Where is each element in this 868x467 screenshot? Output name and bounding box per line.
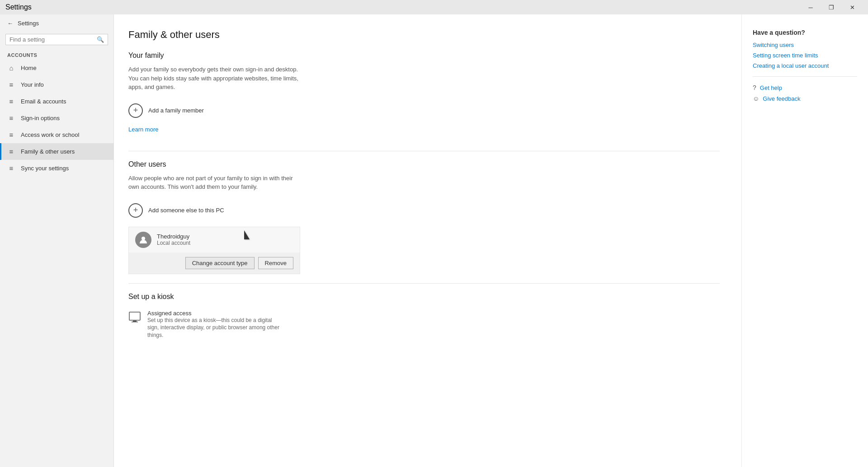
- sidebar-item-label: Home: [21, 65, 37, 71]
- sidebar: ← Settings 🔍 Accounts ⌂ Home ≡ Your info…: [0, 14, 114, 467]
- sidebar-item-label: Access work or school: [21, 131, 79, 138]
- search-box[interactable]: 🔍: [5, 34, 108, 45]
- search-icon[interactable]: 🔍: [97, 36, 104, 43]
- sidebar-item-label: Sync your settings: [21, 165, 69, 172]
- briefcase-icon: ≡: [7, 131, 15, 139]
- sidebar-item-label: Your info: [21, 81, 44, 88]
- svg-rect-3: [132, 322, 138, 322]
- user-info: Thedroidguy Local account: [157, 233, 190, 246]
- section-divider-2: [128, 283, 720, 284]
- search-input[interactable]: [9, 36, 94, 43]
- page-title: Family & other users: [128, 29, 720, 41]
- family-icon: ≡: [7, 148, 15, 155]
- sidebar-item-sign-in-options[interactable]: ≡ Sign-in options: [0, 110, 113, 126]
- kiosk-section-title: Set up a kiosk: [128, 293, 720, 301]
- setting-screen-time-link[interactable]: Setting screen time limits: [753, 52, 857, 59]
- title-bar-title: Settings: [5, 3, 32, 11]
- restore-button[interactable]: ❐: [821, 0, 842, 14]
- give-feedback-link[interactable]: Give feedback: [763, 95, 800, 102]
- sync-icon: ≡: [7, 164, 15, 172]
- get-help-link[interactable]: Get help: [760, 84, 782, 91]
- user-item-actions: Change account type Remove: [129, 252, 300, 274]
- kiosk-item-desc: Set up this device as a kiosk—this could…: [147, 317, 283, 339]
- back-button[interactable]: ← Settings: [0, 14, 113, 32]
- user-item-thedroidguy: Thedroidguy Local account Change account…: [128, 227, 300, 274]
- get-help-row: ? Get help: [753, 84, 857, 91]
- creating-local-account-link[interactable]: Creating a local user account: [753, 62, 857, 69]
- kiosk-icon: [128, 311, 141, 326]
- email-icon: ≡: [7, 98, 15, 105]
- add-family-member-row[interactable]: + Add a family member: [128, 99, 720, 122]
- sidebar-item-family-other-users[interactable]: ≡ Family & other users: [0, 143, 113, 160]
- home-icon: ⌂: [7, 64, 15, 72]
- switching-users-link[interactable]: Switching users: [753, 42, 857, 48]
- main-content: Family & other users Your family Add you…: [114, 14, 741, 467]
- kiosk-info: Assigned access Set up this device as a …: [147, 310, 283, 339]
- add-other-user-label: Add someone else to this PC: [148, 207, 224, 214]
- add-family-member-icon: +: [128, 103, 143, 118]
- svg-rect-2: [133, 321, 137, 322]
- sidebar-item-label: Sign-in options: [21, 115, 60, 121]
- kiosk-assigned-access[interactable]: Assigned access Set up this device as a …: [128, 306, 300, 343]
- title-bar: Settings ─ ❐ ✕: [0, 0, 868, 14]
- avatar: [135, 232, 151, 248]
- sidebar-section-label: Accounts: [0, 49, 113, 60]
- sidebar-item-label: Email & accounts: [21, 98, 66, 105]
- title-bar-left: Settings: [5, 3, 32, 11]
- change-account-type-button[interactable]: Change account type: [185, 257, 255, 269]
- person-icon: ≡: [7, 81, 15, 89]
- back-label: Settings: [18, 20, 39, 27]
- sidebar-item-sync-settings[interactable]: ≡ Sync your settings: [0, 160, 113, 177]
- other-users-section-title: Other users: [128, 160, 720, 168]
- your-family-description: Add your family so everybody gets their …: [128, 65, 300, 92]
- svg-rect-1: [129, 312, 140, 320]
- other-users-description: Allow people who are not part of your fa…: [128, 174, 300, 191]
- add-other-user-icon: +: [128, 203, 143, 218]
- give-feedback-icon: ☺: [753, 95, 759, 102]
- key-icon: ≡: [7, 114, 15, 122]
- sidebar-item-access-work-school[interactable]: ≡ Access work or school: [0, 126, 113, 143]
- get-help-icon: ?: [753, 84, 756, 91]
- svg-point-0: [142, 237, 145, 240]
- help-divider: [753, 76, 857, 77]
- sidebar-item-home[interactable]: ⌂ Home: [0, 60, 113, 76]
- right-panel: Have a question? Switching users Setting…: [741, 14, 868, 467]
- user-type: Local account: [157, 240, 190, 246]
- help-title: Have a question?: [753, 29, 857, 36]
- sidebar-item-label: Family & other users: [21, 148, 75, 155]
- sidebar-item-email-accounts[interactable]: ≡ Email & accounts: [0, 93, 113, 110]
- your-family-section-title: Your family: [128, 51, 720, 60]
- close-button[interactable]: ✕: [842, 0, 863, 14]
- add-other-user-row[interactable]: + Add someone else to this PC: [128, 199, 720, 222]
- user-name: Thedroidguy: [157, 233, 190, 240]
- remove-button[interactable]: Remove: [258, 257, 293, 269]
- sidebar-item-your-info[interactable]: ≡ Your info: [0, 76, 113, 93]
- give-feedback-row: ☺ Give feedback: [753, 95, 857, 102]
- back-icon: ←: [7, 20, 13, 27]
- user-item-header[interactable]: Thedroidguy Local account: [129, 227, 300, 252]
- add-family-member-label: Add a family member: [148, 107, 204, 114]
- section-divider-1: [128, 151, 720, 151]
- learn-more-link[interactable]: Learn more: [128, 126, 158, 133]
- title-bar-controls: ─ ❐ ✕: [800, 0, 863, 14]
- minimize-button[interactable]: ─: [800, 0, 821, 14]
- app-container: ← Settings 🔍 Accounts ⌂ Home ≡ Your info…: [0, 14, 868, 467]
- kiosk-item-title: Assigned access: [147, 310, 283, 317]
